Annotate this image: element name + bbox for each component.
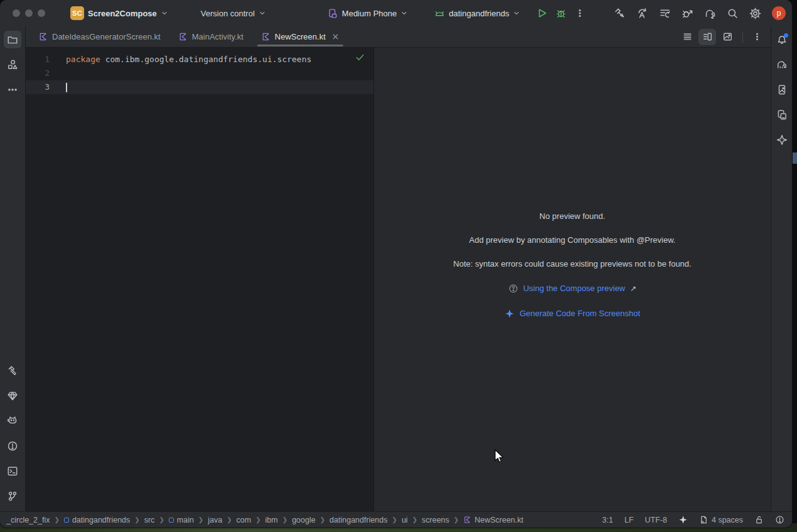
terminal-icon (7, 466, 18, 477)
compose-preview-panel: No preview found. Add preview by annotat… (374, 48, 771, 511)
line-separator-widget[interactable]: LF (624, 516, 634, 524)
design-view-button[interactable] (719, 29, 736, 45)
gemini-spark-icon (505, 309, 515, 319)
breadcrumb-separator: ❯ (282, 516, 287, 524)
keyword-token: package (66, 55, 100, 64)
notifications-tool-button[interactable] (773, 31, 791, 48)
breadcrumb-item[interactable]: _circle_2_fix (6, 516, 50, 524)
caret-position-widget[interactable]: 3:1 (602, 516, 613, 524)
tab-label: MainActivity.kt (192, 32, 243, 41)
tab-dateideasgeneratorscreen[interactable]: DateIdeasGeneratorScreen.kt (29, 26, 169, 47)
breadcrumb-separator: ❯ (454, 516, 459, 524)
breadcrumb-item[interactable]: ui (402, 516, 408, 524)
settings-icon[interactable] (746, 4, 764, 23)
chevron-down-icon (513, 9, 520, 17)
rerun-tasks-icon[interactable] (655, 4, 674, 23)
kotlin-file-icon (178, 32, 188, 41)
build-run-icon[interactable] (610, 4, 629, 23)
resource-manager-tool-button[interactable] (4, 56, 21, 73)
code-view-icon (682, 31, 693, 42)
breadcrumb-item[interactable]: com (237, 516, 252, 524)
search-icon[interactable] (723, 4, 742, 23)
tab-label: DateIdeasGeneratorScreen.kt (52, 32, 161, 41)
gradle-tool-button[interactable] (773, 56, 791, 73)
design-view-icon (722, 31, 733, 42)
exclamation-circle-icon (7, 440, 18, 452)
zoom-window-button[interactable] (38, 9, 45, 17)
tab-mainactivity[interactable]: MainActivity.kt (169, 26, 252, 47)
more-actions-menu[interactable] (570, 4, 589, 23)
breadcrumb-separator: ❯ (159, 516, 164, 524)
breadcrumb-item[interactable]: java (208, 516, 222, 524)
hammer-icon (7, 365, 18, 376)
device-selector[interactable]: Medium Phone (324, 6, 412, 21)
tab-newscreen[interactable]: NewScreen.kt (252, 26, 348, 47)
indent-widget[interactable]: 4 spaces (699, 515, 743, 524)
gemini-tool-button[interactable] (773, 131, 791, 149)
code-editor[interactable]: 1 package com.ibm.google.datingandfriend… (26, 48, 373, 511)
attach-debugger-icon[interactable] (678, 4, 697, 23)
gemini-status-widget[interactable] (678, 515, 688, 524)
minimize-window-button[interactable] (25, 9, 33, 17)
problems-tool-button[interactable] (4, 437, 21, 455)
logcat-tool-button[interactable] (4, 412, 21, 430)
close-tab-icon[interactable] (331, 33, 340, 41)
line-number[interactable]: 3 (26, 80, 62, 94)
version-control-menu[interactable]: Version control (197, 6, 270, 21)
code-view-button[interactable] (678, 29, 696, 45)
ai-code-completion-icon[interactable] (633, 4, 651, 23)
breadcrumb-item[interactable]: datingandfriends (64, 516, 130, 524)
running-devices-tool-button[interactable] (773, 81, 791, 98)
breadcrumb-item[interactable]: screens (422, 516, 449, 524)
external-link-icon: ↗ (630, 284, 636, 293)
compose-preview-docs-link[interactable]: Using the Compose preview ↗ (508, 284, 637, 294)
breadcrumb-item[interactable]: ibm (265, 516, 278, 524)
gradle-sync-icon[interactable] (700, 4, 719, 23)
breadcrumb-item[interactable]: datingandfriends (329, 516, 387, 524)
build-tool-button[interactable] (4, 362, 21, 380)
gradle-elephant-icon (776, 59, 788, 70)
indent-config-icon (699, 515, 709, 524)
line-number[interactable]: 1 (26, 53, 62, 66)
code-line: 2 (26, 66, 373, 80)
notification-badge (784, 33, 788, 38)
background-artifact (792, 152, 797, 164)
folder-icon (7, 34, 18, 45)
chevron-down-icon (161, 9, 168, 17)
version-control-tool-button[interactable] (4, 487, 21, 505)
editor-view-mode-switcher (678, 26, 771, 47)
breadcrumb-separator: ❯ (320, 516, 325, 524)
breadcrumb-item[interactable]: main (169, 516, 194, 524)
docs-link-label: Using the Compose preview (523, 284, 626, 293)
android-icon (434, 8, 445, 19)
device-manager-icon (776, 109, 788, 120)
close-window-button[interactable] (13, 9, 20, 17)
debug-button[interactable] (552, 4, 570, 23)
run-button[interactable] (533, 4, 552, 23)
inspection-ok-icon[interactable] (355, 53, 365, 64)
device-manager-tool-button[interactable] (773, 106, 791, 124)
breadcrumb-item-file[interactable]: NewScreen.kt (463, 516, 523, 524)
app-quality-insights-tool-button[interactable] (4, 387, 21, 405)
run-configuration-selector[interactable]: datingandfriends (431, 6, 524, 21)
active-tab-indicator (257, 45, 343, 46)
breadcrumb-item[interactable]: google (292, 516, 316, 524)
gemini-star-icon (776, 134, 788, 146)
tab-options-menu[interactable] (749, 29, 764, 45)
breadcrumb-item[interactable]: src (144, 516, 155, 524)
encoding-widget[interactable]: UTF-8 (645, 516, 667, 524)
project-selector[interactable]: SC Screen2Compose (67, 4, 172, 23)
terminal-tool-button[interactable] (4, 462, 21, 480)
readonly-toggle-widget[interactable] (754, 515, 764, 524)
virtual-device-icon (328, 8, 338, 19)
more-tool-windows-button[interactable] (4, 81, 21, 98)
device-selector-label: Medium Phone (342, 9, 397, 18)
user-avatar[interactable]: p (772, 6, 786, 20)
inspections-widget[interactable] (775, 515, 784, 524)
line-number[interactable]: 2 (26, 66, 62, 80)
preview-title: No preview found. (540, 212, 606, 221)
split-view-button[interactable] (698, 29, 716, 45)
generate-code-from-screenshot-link[interactable]: Generate Code From Screenshot (505, 309, 640, 319)
project-tool-button[interactable] (4, 31, 21, 48)
status-bar: _circle_2_fix ❯ datingandfriends ❯ src ❯… (0, 511, 792, 528)
